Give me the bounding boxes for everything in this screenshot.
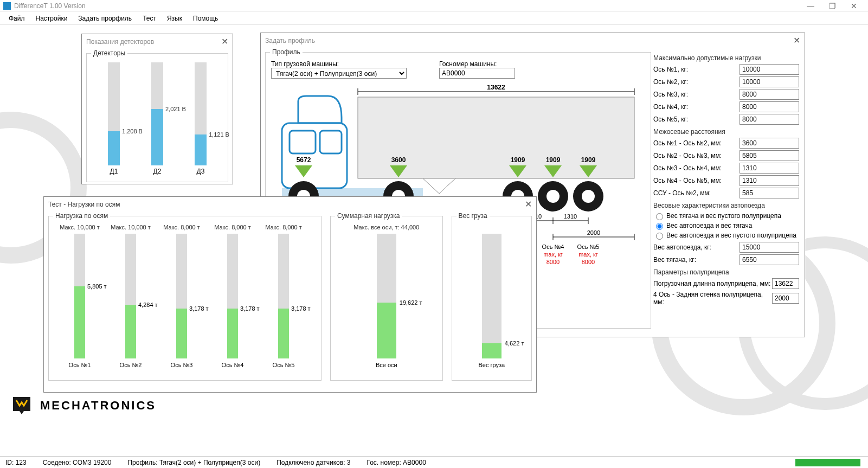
truck-type-label: Тип грузовой машины: [271, 60, 407, 68]
weight-radio-0[interactable] [656, 213, 663, 220]
svg-line-10 [439, 178, 455, 194]
weight-radio-label-1: Вес автопоезда и вес тягача [666, 222, 752, 229]
svg-text:3600: 3600 [391, 156, 406, 164]
weight-radio-2[interactable] [656, 233, 663, 240]
window-title: DifferenceT 1.00 Version [14, 2, 86, 10]
weight-input-0[interactable] [740, 242, 799, 253]
logo-text: MECHATRONICS [40, 399, 156, 413]
svg-text:2000: 2000 [587, 229, 600, 236]
detector-bar: 2,021 В [151, 62, 163, 165]
test-panel-title: Тест - Нагрузки по осям [48, 201, 120, 208]
svg-text:5672: 5672 [297, 156, 311, 164]
trailer-param-input-1[interactable] [772, 293, 799, 304]
menu-help[interactable]: Помощь [189, 14, 222, 23]
interaxle-label-0: Ось №1 - Ось №2, мм: [653, 139, 740, 147]
axle-name-1: Ось №2 [105, 362, 156, 368]
menu-test[interactable]: Тест [138, 14, 160, 23]
axle-bar-1: 4,284 т [125, 234, 136, 358]
detector-name: Д2 [153, 168, 162, 175]
svg-text:1909: 1909 [546, 156, 561, 164]
interaxle-title: Межосевые расстояния [653, 128, 799, 136]
axle-bar-2: 3,178 т [176, 234, 187, 358]
profile-panel-title: Задать профиль [265, 37, 315, 44]
max-load-label-3: Ось №4, кг: [653, 103, 740, 111]
status-plate: Гос. номер: АВ0000 [367, 459, 426, 466]
detectors-panel: Показания детекторов ✕ Детекторы 1,208 В… [81, 34, 233, 184]
status-connection: Соедено: COM3 19200 [43, 459, 112, 466]
axle-max-3: Макс. 8,000 т [207, 224, 258, 232]
interaxle-input-2[interactable] [740, 163, 799, 174]
window-titlebar: DifferenceT 1.00 Version — ❐ ✕ [0, 0, 868, 12]
truck-type-select[interactable]: Тягач(2 оси) + Полуприцеп(3 оси) [271, 68, 407, 79]
logo-icon [11, 395, 33, 416]
axle-name-0: Ось №1 [54, 362, 105, 368]
close-icon[interactable]: ✕ [793, 35, 800, 46]
detectors-panel-title: Показания детекторов [86, 38, 154, 46]
svg-rect-4 [282, 123, 347, 188]
weight-radio-1[interactable] [656, 223, 663, 230]
axle-load-legend: Нагрузка по осям [53, 212, 110, 220]
trailer-param-label-1: 4 Ось - Задняя стенка полуприцепа, мм: [653, 291, 772, 306]
svg-rect-5 [290, 131, 316, 153]
svg-text:max, кг: max, кг [578, 251, 598, 258]
status-sensors: Подключено датчиков: 3 [277, 459, 350, 466]
axle-name-3: Ось №4 [207, 362, 258, 368]
svg-text:8000: 8000 [546, 259, 560, 265]
axle-bar-0: 5,805 т [74, 234, 85, 358]
menubar: Файл Настройки Задать прорфиль Тест Язык… [0, 12, 868, 25]
svg-text:Ось №4: Ось №4 [542, 243, 564, 250]
svg-rect-6 [320, 131, 342, 153]
sum-load-legend: Суммарная нагрузка [335, 212, 402, 220]
interaxle-input-3[interactable] [740, 175, 799, 186]
weight-input-1[interactable] [740, 254, 799, 265]
detector-name: Д3 [197, 168, 205, 175]
sum-name: Все оси [336, 362, 437, 368]
cargo-legend: Вес груза [456, 212, 490, 220]
close-icon[interactable]: ✕ [525, 199, 532, 209]
axle-max-0: Макс. 10,000 т [54, 224, 105, 232]
max-load-input-4[interactable] [740, 114, 799, 125]
interaxle-label-3: Ось №4 - Ось №5, мм: [653, 177, 740, 184]
axle-max-4: Макс. 8,000 т [258, 224, 309, 232]
max-load-label-0: Ось №1, кг: [653, 66, 740, 73]
max-load-input-2[interactable] [740, 89, 799, 100]
close-icon[interactable]: ✕ [221, 36, 228, 47]
axle-name-2: Ось №3 [156, 362, 207, 368]
axle-bar-3: 3,178 т [227, 234, 238, 358]
interaxle-input-1[interactable] [740, 150, 799, 161]
menu-language[interactable]: Язык [163, 14, 187, 23]
test-panel: Тест - Нагрузки по осям ✕ Нагрузка по ос… [43, 196, 537, 393]
axle-max-1: Макс. 10,000 т [105, 224, 156, 232]
interaxle-input-0[interactable] [740, 138, 799, 149]
brand-logo: MECHATRONICS [11, 395, 156, 416]
axle-bar-4: 3,178 т [278, 234, 289, 358]
menu-settings[interactable]: Настройки [31, 14, 72, 23]
svg-line-9 [423, 178, 439, 194]
cargo-name: Вес груза [458, 362, 526, 368]
max-load-input-1[interactable] [740, 76, 799, 87]
max-load-label-4: Ось №5, кг: [653, 116, 740, 123]
trailer-param-label-0: Погрузочная длинна полуприцепа, мм: [653, 280, 772, 287]
profile-group-legend: Профиль [270, 48, 303, 56]
max-load-input-3[interactable] [740, 101, 799, 112]
interaxle-label-2: Ось №3 - Ось №4, мм: [653, 164, 740, 172]
max-load-label-2: Ось №3, кг: [653, 91, 740, 98]
status-bar: ID: 123 Соедено: COM3 19200 Профиль: Тяг… [0, 456, 868, 468]
max-load-label-1: Ось №2, кг: [653, 78, 740, 86]
maximize-button[interactable]: ❐ [821, 2, 843, 10]
svg-point-18 [546, 190, 560, 203]
svg-marker-22 [295, 165, 312, 177]
weight-radio-label-2: Вес автопоезда и вес пустого полуприцепа [666, 232, 796, 239]
app-icon [3, 2, 11, 10]
close-window-button[interactable]: ✕ [843, 2, 865, 10]
max-load-input-0[interactable] [740, 64, 799, 75]
menu-set-profile[interactable]: Задать прорфиль [74, 14, 136, 23]
minimize-button[interactable]: — [800, 2, 821, 10]
trailer-param-input-0[interactable] [772, 278, 799, 289]
svg-text:13622: 13622 [487, 85, 505, 91]
detector-name: Д1 [110, 168, 118, 175]
plate-input[interactable] [439, 68, 515, 79]
weight-label-0: Вес автопоезда, кг: [653, 243, 740, 251]
menu-file[interactable]: Файл [4, 14, 29, 23]
interaxle-input-4[interactable] [740, 188, 799, 198]
